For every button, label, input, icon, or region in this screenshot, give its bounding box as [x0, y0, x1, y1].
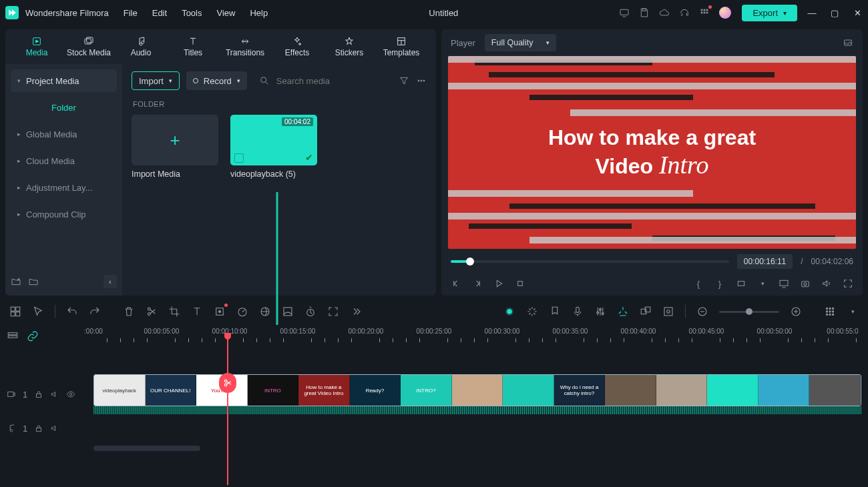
- preview-viewport[interactable]: How to make a great Video Intro: [448, 56, 856, 249]
- track-menu-icon[interactable]: [7, 330, 19, 342]
- lock-icon[interactable]: [34, 390, 43, 399]
- zoom-in-icon[interactable]: [790, 306, 802, 318]
- screen-icon[interactable]: [619, 7, 630, 18]
- link-icon[interactable]: [27, 330, 39, 342]
- menu-file[interactable]: File: [124, 8, 138, 18]
- sidebar-cloud-media[interactable]: ▸ Cloud Media: [11, 149, 117, 172]
- mute-icon[interactable]: [50, 424, 59, 433]
- folder-icon[interactable]: [28, 276, 39, 287]
- collapse-sidebar-button[interactable]: ‹: [103, 275, 117, 288]
- mixer-icon[interactable]: [594, 306, 606, 318]
- mask-icon[interactable]: [282, 306, 294, 318]
- minimize-button[interactable]: —: [807, 8, 817, 18]
- magnet-icon[interactable]: [617, 306, 629, 318]
- cut-marker[interactable]: [219, 373, 236, 393]
- sidebar-project-media[interactable]: ▾ Project Media: [11, 69, 117, 92]
- eye-icon[interactable]: [66, 390, 75, 399]
- ratio-button[interactable]: [736, 278, 746, 289]
- video-clip[interactable]: videoplaybackOUR CHANNEL!YouTubeINTROHow…: [93, 374, 861, 406]
- quality-selector[interactable]: Full Quality ▾: [485, 34, 557, 51]
- tab-stock-media[interactable]: Stock Media: [63, 36, 115, 57]
- tab-templates[interactable]: Templates: [375, 36, 427, 57]
- speed-icon[interactable]: [236, 306, 248, 318]
- zoom-knob[interactable]: [746, 308, 752, 315]
- view-options-icon[interactable]: [824, 306, 836, 318]
- chevron-down-icon: ▾: [237, 77, 240, 84]
- split-icon[interactable]: [146, 306, 158, 318]
- lock-icon[interactable]: [34, 424, 43, 433]
- audio-track-body[interactable]: [93, 414, 868, 442]
- media-clip-tile[interactable]: 00:04:02 ✔ videoplayback (5): [230, 115, 317, 179]
- prev-frame-button[interactable]: [451, 278, 461, 289]
- scrub-knob[interactable]: [466, 258, 474, 266]
- timeline-scrollbar[interactable]: [93, 445, 868, 452]
- menu-edit[interactable]: Edit: [152, 8, 167, 18]
- display-button[interactable]: [779, 278, 789, 289]
- view-dropdown-icon[interactable]: ▾: [847, 306, 859, 318]
- text-icon[interactable]: [191, 306, 203, 318]
- redo-icon[interactable]: [89, 306, 101, 318]
- more-icon[interactable]: [416, 75, 427, 86]
- tab-titles[interactable]: Titles: [167, 36, 219, 57]
- mute-icon[interactable]: [50, 390, 59, 399]
- menu-help[interactable]: Help: [250, 8, 268, 18]
- menu-tools[interactable]: Tools: [182, 8, 202, 18]
- fullscreen-icon[interactable]: [843, 278, 853, 289]
- timer-icon[interactable]: [304, 306, 316, 318]
- headset-icon[interactable]: [679, 7, 690, 18]
- sidebar-compound-clip[interactable]: ▸ Compound Clip: [11, 203, 117, 225]
- more-tools-icon[interactable]: [350, 306, 362, 318]
- tab-stickers[interactable]: Stickers: [323, 36, 375, 57]
- sparkle-icon[interactable]: [526, 306, 538, 318]
- play-button[interactable]: [493, 278, 504, 289]
- record-button[interactable]: Record ▾: [186, 71, 247, 90]
- import-media-tile[interactable]: + Import Media: [132, 115, 218, 179]
- sidebar-global-media[interactable]: ▸ Global Media: [11, 123, 117, 145]
- stop-button[interactable]: [515, 278, 525, 289]
- delete-icon[interactable]: [123, 306, 135, 318]
- menu-view[interactable]: View: [216, 8, 235, 18]
- snapshot-icon[interactable]: [843, 37, 853, 48]
- export-button[interactable]: Export ▾: [742, 5, 797, 21]
- import-button[interactable]: Import ▾: [132, 71, 180, 90]
- crop-icon[interactable]: [168, 306, 180, 318]
- keyframe-icon[interactable]: [214, 306, 226, 318]
- tab-effects[interactable]: Effects: [271, 36, 323, 57]
- fit-icon[interactable]: [327, 306, 339, 318]
- mark-in-button[interactable]: {: [693, 278, 704, 289]
- render-icon[interactable]: [662, 306, 674, 318]
- chevron-down-icon[interactable]: ▾: [757, 278, 768, 289]
- undo-icon[interactable]: [66, 306, 78, 318]
- marker-icon[interactable]: [549, 306, 561, 318]
- zoom-slider[interactable]: [719, 311, 779, 313]
- cloud-icon[interactable]: [659, 7, 670, 18]
- ai-icon[interactable]: [503, 306, 515, 318]
- video-track-body[interactable]: videoplaybackOUR CHANNEL!YouTubeINTROHow…: [93, 374, 868, 414]
- volume-icon[interactable]: [821, 278, 832, 289]
- filter-icon[interactable]: [399, 75, 409, 86]
- tab-media[interactable]: Media: [11, 36, 63, 57]
- camera-icon[interactable]: [800, 278, 811, 289]
- scrub-track[interactable]: [451, 260, 729, 263]
- zoom-out-icon[interactable]: [696, 306, 708, 318]
- close-button[interactable]: ✕: [852, 8, 863, 18]
- color-icon[interactable]: [259, 306, 271, 318]
- layout-icon[interactable]: [9, 306, 21, 318]
- sidebar-adjustment-layer[interactable]: ▸ Adjustment Lay...: [11, 176, 117, 199]
- apps-icon[interactable]: [699, 7, 710, 18]
- user-avatar[interactable]: [719, 7, 731, 19]
- timeline-ruler[interactable]: :00:0000:00:05:0000:00:10:0000:00:15:000…: [93, 325, 868, 348]
- next-frame-button[interactable]: [472, 278, 483, 289]
- cursor-icon[interactable]: [32, 306, 44, 318]
- search-input[interactable]: [275, 75, 355, 87]
- scrollbar-thumb[interactable]: [93, 446, 200, 451]
- mic-icon[interactable]: [572, 306, 584, 318]
- mark-out-button[interactable]: }: [714, 278, 725, 289]
- save-icon[interactable]: [639, 7, 650, 18]
- sidebar-folder[interactable]: Folder: [11, 96, 117, 119]
- tab-transitions[interactable]: Transitions: [219, 36, 271, 57]
- group-icon[interactable]: [640, 306, 652, 318]
- maximize-button[interactable]: ▢: [829, 8, 840, 18]
- new-folder-icon[interactable]: [11, 276, 21, 287]
- tab-audio[interactable]: Audio: [115, 36, 167, 57]
